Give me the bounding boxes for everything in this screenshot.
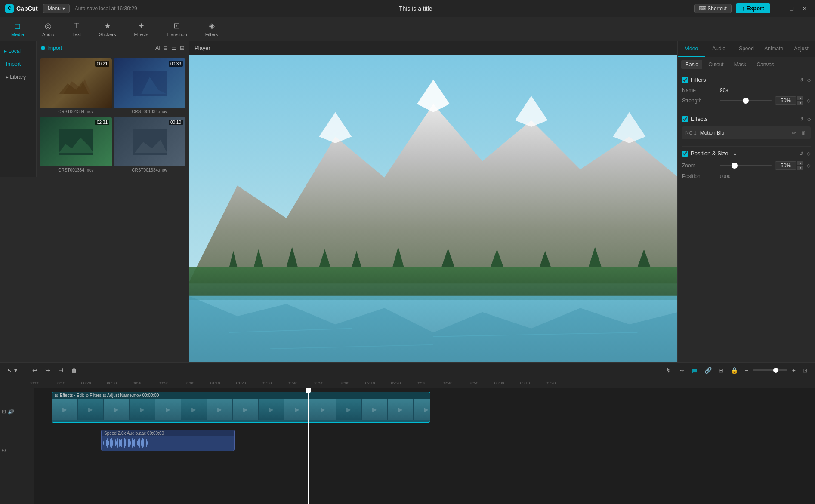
filters-keyframe-button[interactable]: ◇ xyxy=(807,77,811,83)
delete-button[interactable]: 🗑 xyxy=(69,366,79,375)
toolbar-item-audio[interactable]: ◎ Audio xyxy=(40,19,57,39)
effects-checkbox[interactable] xyxy=(682,116,688,122)
thumb-svg xyxy=(133,71,167,96)
media-item[interactable]: 00:10 CRST001334.mov xyxy=(114,117,185,174)
export-button[interactable]: ↑ Export xyxy=(736,3,770,13)
fit-button[interactable]: ⊡ xyxy=(800,366,810,375)
nav-item-library[interactable]: ▸ Library xyxy=(2,71,34,83)
position-keyframe-button[interactable]: ◇ xyxy=(807,151,811,157)
grid-view-button[interactable]: ⊞ xyxy=(180,45,185,51)
filter-strength-up[interactable]: ▲ xyxy=(797,96,803,100)
tab-video[interactable]: Video xyxy=(678,41,705,57)
filter-name-label: Name xyxy=(682,87,716,93)
toolbar-item-filters[interactable]: ◈ Filters xyxy=(203,19,221,39)
audio-clip[interactable]: Speed 2.0x Audio.aac 00:00:00 xyxy=(101,430,235,451)
zoom-slider-control[interactable] xyxy=(753,369,787,371)
effects-keyframe-button[interactable]: ◇ xyxy=(807,116,811,122)
filter-strength-keyframe[interactable]: ◇ xyxy=(807,98,811,104)
filter-strength-value[interactable] xyxy=(775,96,796,105)
menu-button[interactable]: Menu ▾ xyxy=(43,4,70,13)
menu-label: Menu xyxy=(48,6,61,12)
subtab-canvas[interactable]: Canvas xyxy=(752,60,778,69)
tab-animate[interactable]: Animate xyxy=(760,41,787,57)
position-size-checkbox[interactable] xyxy=(682,151,688,157)
split-button[interactable]: ⊣ xyxy=(56,366,65,375)
wave-bar xyxy=(108,441,109,445)
audio-track-toggle[interactable]: ⊙ xyxy=(2,447,6,453)
filters-header: Filters ↺ ◇ xyxy=(682,77,811,83)
subtab-cutout[interactable]: Cutout xyxy=(704,60,728,69)
effect-delete-button[interactable]: 🗑 xyxy=(800,129,807,137)
svg-rect-14 xyxy=(189,267,677,300)
list-view-button[interactable]: ☰ xyxy=(171,45,176,51)
zoom-in-button[interactable]: + xyxy=(790,366,798,375)
position-reset-button[interactable]: ↺ xyxy=(799,151,803,157)
microphone-button[interactable]: 🎙 xyxy=(664,366,674,375)
toolbar-item-text[interactable]: T Text xyxy=(70,20,83,39)
ruler-mark: 03:00 xyxy=(494,381,504,385)
track-type-button[interactable]: ▤ xyxy=(690,366,700,375)
tab-audio[interactable]: Audio xyxy=(705,41,733,57)
zoom-down[interactable]: ▼ xyxy=(797,166,803,170)
zoom-value[interactable] xyxy=(775,161,796,170)
zoom-keyframe[interactable]: ◇ xyxy=(807,163,811,169)
subtab-mask[interactable]: Mask xyxy=(730,60,751,69)
clip-thumb xyxy=(78,399,104,420)
effect-edit-button[interactable]: ✏ xyxy=(791,129,797,137)
media-item[interactable]: 00:39 CRST001334.mov xyxy=(114,58,185,115)
filters-checkbox[interactable] xyxy=(682,77,688,83)
wave-bar xyxy=(116,441,117,445)
playhead[interactable] xyxy=(308,388,309,504)
filters-reset-button[interactable]: ↺ xyxy=(799,77,803,83)
filter-strength-slider[interactable] xyxy=(720,100,772,101)
nav-local-header[interactable]: ▸ Local xyxy=(0,46,36,57)
redo-button[interactable]: ↪ xyxy=(43,366,52,375)
shortcut-button[interactable]: ⌨ Shortcut xyxy=(694,4,732,13)
close-button[interactable]: ✕ xyxy=(800,4,810,13)
nav-item-import[interactable]: Import xyxy=(2,58,34,70)
select-tool-button[interactable]: ↖ ▾ xyxy=(5,366,19,375)
maximize-button[interactable]: □ xyxy=(787,4,796,13)
ruler-mark: 00:10 xyxy=(56,381,65,385)
media-filename: CRST001334.mov xyxy=(40,166,112,174)
filter-strength-down[interactable]: ▼ xyxy=(797,101,803,105)
minimize-button[interactable]: ─ xyxy=(775,4,784,13)
clip-thumb xyxy=(181,399,207,420)
link-button[interactable]: 🔗 xyxy=(702,366,714,375)
zoom-up[interactable]: ▲ xyxy=(797,161,803,165)
undo-button[interactable]: ↩ xyxy=(30,366,40,375)
video-clip[interactable]: ⊡ Effects · Edit ⊙ Filters ⊡ Adjust Name… xyxy=(52,392,430,423)
tab-speed[interactable]: Speed xyxy=(733,41,760,57)
media-duration: 02:31 xyxy=(95,120,109,125)
timeline-tracks[interactable]: ⊡ Effects · Edit ⊙ Filters ⊡ Adjust Name… xyxy=(34,388,815,504)
subtab-basic[interactable]: Basic xyxy=(681,60,702,69)
media-item[interactable]: 02:31 CRST001334.mov xyxy=(40,117,112,174)
toolbar-item-transition[interactable]: ⊡ Transition xyxy=(164,19,190,39)
app-name: CapCut xyxy=(16,5,38,12)
right-panel-content: Filters ↺ ◇ Name 90s Strength xyxy=(678,72,815,362)
filter-all-button[interactable]: All ⊟ xyxy=(155,45,168,51)
media-item[interactable]: 00:21 CRST001334.mov xyxy=(40,58,112,115)
video-track-toggle[interactable]: ⊡ xyxy=(2,409,6,415)
unlink-button[interactable]: ⊟ xyxy=(716,366,726,375)
wave-bar xyxy=(145,440,145,446)
lock-button[interactable]: 🔒 xyxy=(729,366,740,375)
import-button[interactable]: Import xyxy=(41,45,62,51)
effects-reset-button[interactable]: ↺ xyxy=(799,116,803,122)
zoom-slider[interactable] xyxy=(720,165,772,166)
wave-bar xyxy=(125,439,126,446)
video-track-mute[interactable]: 🔊 xyxy=(8,409,14,415)
toolbar-item-effects[interactable]: ✦ Effects xyxy=(131,19,151,39)
tab-adjust[interactable]: Adjust xyxy=(787,41,815,57)
wave-bar xyxy=(123,441,123,445)
toolbar-item-media[interactable]: ◻ Media xyxy=(9,19,27,39)
transition-icon: ⊡ xyxy=(173,21,180,31)
wave-bar xyxy=(130,441,131,445)
player-header: Player ≡ xyxy=(189,41,677,55)
toolbar-item-stickers[interactable]: ★ Stickers xyxy=(96,19,118,39)
filter-strength-label: Strength xyxy=(682,98,716,104)
local-label: ▸ Local xyxy=(4,48,21,54)
zoom-out-button[interactable]: − xyxy=(743,366,750,375)
transition-add-button[interactable]: ↔ xyxy=(677,366,687,375)
player-menu-icon[interactable]: ≡ xyxy=(669,45,672,51)
